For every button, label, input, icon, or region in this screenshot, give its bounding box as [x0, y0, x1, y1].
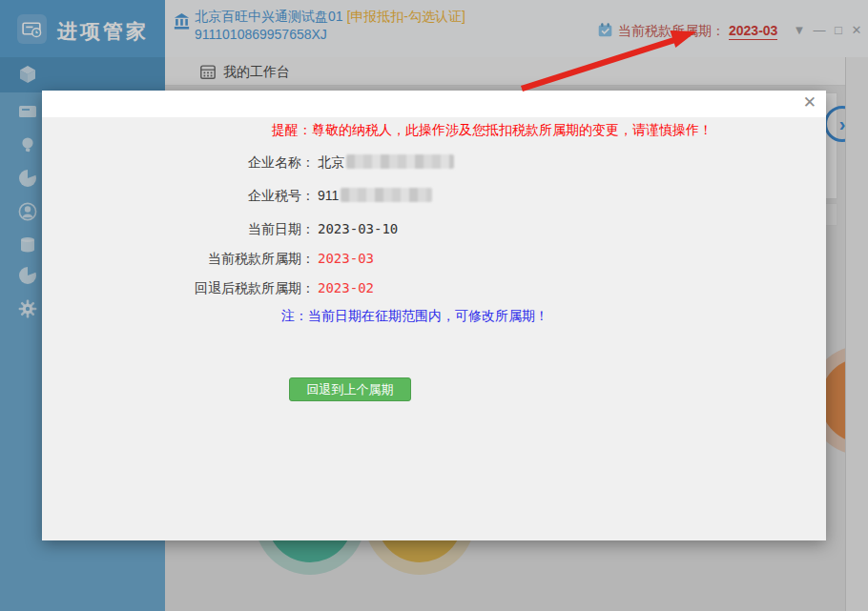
rollback-button[interactable]: 回退到上个属期: [289, 377, 411, 401]
redaction-mosaic: [341, 188, 432, 202]
tax-id-prefix: 911: [318, 188, 339, 203]
dialog-header: ✕: [42, 91, 826, 117]
close-icon[interactable]: ✕: [803, 94, 816, 112]
current-period-dialog-value: 2023-03: [318, 251, 374, 266]
company-name-prefix: 北京: [318, 154, 344, 170]
current-date-value: 2023-03-10: [318, 221, 398, 236]
rollback-period-value: 2023-02: [318, 280, 374, 295]
period-rollback-dialog: ✕ 提醒：尊敬的纳税人，此操作涉及您抵扣税款所属期的变更，请谨慎操作！ 企业名称…: [42, 91, 826, 540]
redaction-mosaic: [346, 154, 454, 169]
dialog-warning-text: 提醒：尊敬的纳税人，此操作涉及您抵扣税款所属期的变更，请谨慎操作！: [272, 122, 713, 139]
app-window: 进项管家 首页: [0, 0, 868, 611]
dialog-note-text: 注：当前日期在征期范围内，可修改所属期！: [281, 308, 548, 325]
